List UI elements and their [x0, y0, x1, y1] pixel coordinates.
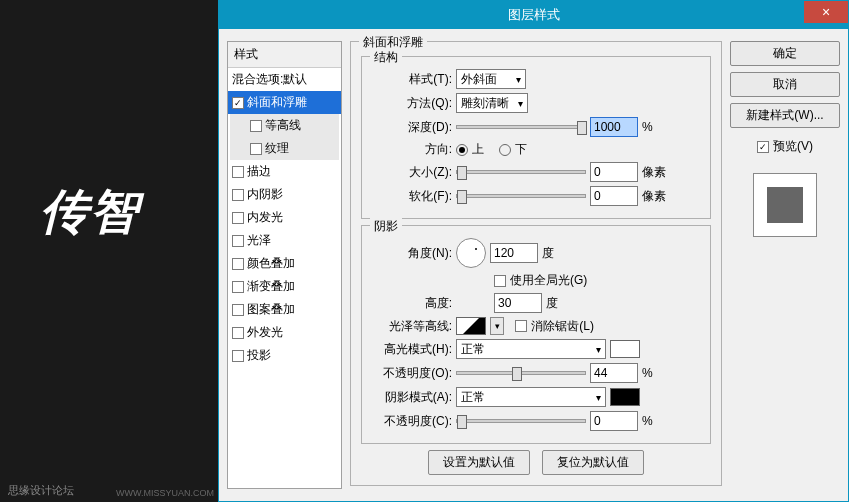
highlight-opacity-label: 不透明度(O): — [374, 365, 452, 382]
soften-input[interactable]: 0 — [590, 186, 638, 206]
preview-swatch — [767, 187, 803, 223]
structure-legend: 结构 — [370, 49, 402, 66]
close-button[interactable]: × — [804, 1, 848, 23]
direction-label: 方向: — [374, 141, 452, 158]
gloss-contour-label: 光泽等高线: — [374, 318, 452, 335]
structure-fieldset: 结构 样式(T):外斜面 方法(Q):雕刻清晰 深度(D):1000% 方向:上… — [361, 56, 711, 219]
style-item-satin[interactable]: 光泽 — [228, 229, 341, 252]
dialog-title: 图层样式 — [508, 6, 560, 24]
style-label: 样式(T): — [374, 71, 452, 88]
highlight-opacity-input[interactable]: 44 — [590, 363, 638, 383]
highlight-mode-label: 高光模式(H): — [374, 341, 452, 358]
style-item-outer-glow[interactable]: 外发光 — [228, 321, 341, 344]
global-light-checkbox[interactable] — [494, 275, 506, 287]
angle-control[interactable] — [456, 238, 486, 268]
technique-select[interactable]: 雕刻清晰 — [456, 93, 528, 113]
altitude-label: 高度: — [374, 295, 452, 312]
style-item-texture[interactable]: 纹理 — [230, 137, 339, 160]
direction-down-radio[interactable] — [499, 144, 511, 156]
style-item-contour[interactable]: 等高线 — [230, 114, 339, 137]
checkbox[interactable] — [232, 304, 244, 316]
gloss-contour-picker[interactable] — [456, 317, 486, 335]
checkbox[interactable] — [232, 97, 244, 109]
antialias-checkbox[interactable] — [515, 320, 527, 332]
soften-slider[interactable] — [456, 194, 586, 198]
preview-box — [753, 173, 817, 237]
blend-options-item[interactable]: 混合选项:默认 — [228, 68, 341, 91]
preview-checkbox[interactable] — [757, 141, 769, 153]
highlight-color-swatch[interactable] — [610, 340, 640, 358]
highlight-mode-select[interactable]: 正常 — [456, 339, 606, 359]
angle-label: 角度(N): — [374, 245, 452, 262]
right-column: 确定 取消 新建样式(W)... 预览(V) — [730, 41, 840, 489]
style-item-color-overlay[interactable]: 颜色叠加 — [228, 252, 341, 275]
shading-legend: 阴影 — [370, 218, 402, 235]
shadow-mode-label: 阴影模式(A): — [374, 389, 452, 406]
angle-input[interactable]: 120 — [490, 243, 538, 263]
bevel-fieldset: 斜面和浮雕 结构 样式(T):外斜面 方法(Q):雕刻清晰 深度(D):1000… — [350, 41, 722, 486]
checkbox[interactable] — [232, 327, 244, 339]
reset-default-button[interactable]: 复位为默认值 — [542, 450, 644, 475]
antialias-label: 消除锯齿(L) — [531, 318, 594, 335]
style-item-drop-shadow[interactable]: 投影 — [228, 344, 341, 367]
main-panel: 斜面和浮雕 结构 样式(T):外斜面 方法(Q):雕刻清晰 深度(D):1000… — [350, 41, 722, 489]
checkbox[interactable] — [232, 235, 244, 247]
checkbox[interactable] — [250, 120, 262, 132]
size-input[interactable]: 0 — [590, 162, 638, 182]
checkbox[interactable] — [232, 189, 244, 201]
shadow-opacity-input[interactable]: 0 — [590, 411, 638, 431]
checkbox[interactable] — [232, 212, 244, 224]
style-list-header: 样式 — [228, 42, 341, 68]
canvas-text: 传智 — [40, 180, 140, 244]
soften-label: 软化(F): — [374, 188, 452, 205]
make-default-button[interactable]: 设置为默认值 — [428, 450, 530, 475]
depth-input[interactable]: 1000 — [590, 117, 638, 137]
preview-label: 预览(V) — [773, 138, 813, 155]
style-item-inner-glow[interactable]: 内发光 — [228, 206, 341, 229]
cancel-button[interactable]: 取消 — [730, 72, 840, 97]
chevron-down-icon[interactable]: ▾ — [490, 317, 504, 335]
checkbox[interactable] — [250, 143, 262, 155]
layer-style-dialog: 图层样式 × 样式 混合选项:默认 斜面和浮雕 等高线 纹理 描边 内阴影 内发… — [218, 0, 849, 502]
style-item-bevel[interactable]: 斜面和浮雕 — [228, 91, 341, 114]
technique-label: 方法(Q): — [374, 95, 452, 112]
shadow-mode-select[interactable]: 正常 — [456, 387, 606, 407]
altitude-input[interactable]: 30 — [494, 293, 542, 313]
shadow-opacity-slider[interactable] — [456, 419, 586, 423]
ok-button[interactable]: 确定 — [730, 41, 840, 66]
size-label: 大小(Z): — [374, 164, 452, 181]
checkbox[interactable] — [232, 350, 244, 362]
checkbox[interactable] — [232, 258, 244, 270]
shading-fieldset: 阴影 角度(N): 120度 使用全局光(G) 高度:30度 光泽等高线:▾ 消… — [361, 225, 711, 444]
style-item-pattern-overlay[interactable]: 图案叠加 — [228, 298, 341, 321]
titlebar[interactable]: 图层样式 × — [219, 1, 848, 29]
highlight-opacity-slider[interactable] — [456, 371, 586, 375]
style-item-inner-shadow[interactable]: 内阴影 — [228, 183, 341, 206]
style-list: 样式 混合选项:默认 斜面和浮雕 等高线 纹理 描边 内阴影 内发光 光泽 颜色… — [227, 41, 342, 489]
style-item-gradient-overlay[interactable]: 渐变叠加 — [228, 275, 341, 298]
watermark-right: WWW.MISSYUAN.COM — [116, 488, 214, 498]
style-item-stroke[interactable]: 描边 — [228, 160, 341, 183]
checkbox[interactable] — [232, 166, 244, 178]
shadow-opacity-label: 不透明度(C): — [374, 413, 452, 430]
shadow-color-swatch[interactable] — [610, 388, 640, 406]
global-light-label: 使用全局光(G) — [510, 272, 587, 289]
style-select[interactable]: 外斜面 — [456, 69, 526, 89]
checkbox[interactable] — [232, 281, 244, 293]
direction-up-radio[interactable] — [456, 144, 468, 156]
depth-label: 深度(D): — [374, 119, 452, 136]
size-slider[interactable] — [456, 170, 586, 174]
depth-slider[interactable] — [456, 125, 586, 129]
new-style-button[interactable]: 新建样式(W)... — [730, 103, 840, 128]
watermark-left: 思缘设计论坛 — [8, 483, 74, 498]
